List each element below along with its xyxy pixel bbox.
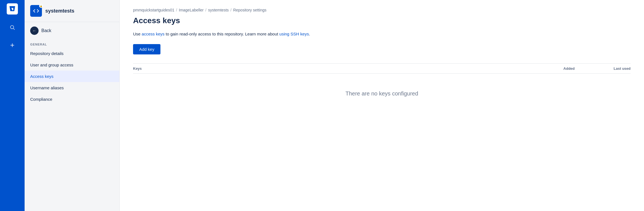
repo-icon: 🔒 <box>30 5 42 17</box>
breadcrumb-repo[interactable]: ImageLabeller <box>179 8 204 12</box>
repo-name: systemtests <box>45 8 74 14</box>
access-keys-link[interactable]: access keys <box>142 32 165 36</box>
breadcrumb-project[interactable]: systemtests <box>208 8 229 12</box>
breadcrumb-current: Repository settings <box>233 8 266 12</box>
sidebar-item-repo-details[interactable]: Repository details <box>25 48 119 59</box>
empty-message: There are no keys configured <box>133 74 631 114</box>
keys-table: Keys Added Last used There are no keys c… <box>133 63 631 114</box>
svg-point-0 <box>10 25 14 29</box>
repo-header: 🔒 systemtests <box>25 0 119 22</box>
global-nav <box>0 0 25 211</box>
col-last-used: Last used <box>575 66 631 71</box>
sidebar-item-compliance[interactable]: Compliance <box>25 93 119 105</box>
desc-suffix: . <box>309 32 310 36</box>
sidebar-item-access-keys[interactable]: Access keys <box>25 71 119 82</box>
table-header: Keys Added Last used <box>133 64 631 74</box>
main-content: pmmquickstartguides01 / ImageLabeller / … <box>120 0 644 211</box>
sidebar-item-user-group-access[interactable]: User and group access <box>25 59 119 71</box>
sidebar-item-username-aliases[interactable]: Username aliases <box>25 82 119 93</box>
bitbucket-logo[interactable] <box>7 3 18 15</box>
ssh-keys-link[interactable]: using SSH keys <box>279 32 309 36</box>
add-key-button[interactable]: Add key <box>133 44 160 54</box>
back-label: Back <box>41 28 51 33</box>
breadcrumb: pmmquickstartguides01 / ImageLabeller / … <box>133 8 631 12</box>
breadcrumb-sep-2: / <box>205 8 206 12</box>
sidebar: 🔒 systemtests ← Back GENERAL Repository … <box>25 0 120 211</box>
desc-middle: to gain read-only access to this reposit… <box>165 32 280 36</box>
create-icon[interactable] <box>7 40 17 50</box>
lock-badge: 🔒 <box>39 4 43 8</box>
breadcrumb-org[interactable]: pmmquickstartguides01 <box>133 8 174 12</box>
back-icon: ← <box>30 27 39 35</box>
search-icon[interactable] <box>7 22 17 32</box>
col-added: Added <box>508 66 575 71</box>
desc-prefix: Use <box>133 32 142 36</box>
sidebar-section-general: GENERAL <box>25 39 119 48</box>
breadcrumb-sep-3: / <box>230 8 231 12</box>
svg-line-1 <box>13 28 15 30</box>
back-button[interactable]: ← Back <box>25 22 119 39</box>
col-keys: Keys <box>133 66 508 71</box>
breadcrumb-sep-1: / <box>176 8 177 12</box>
page-title: Access keys <box>133 16 631 25</box>
description: Use access keys to gain read-only access… <box>133 31 631 37</box>
